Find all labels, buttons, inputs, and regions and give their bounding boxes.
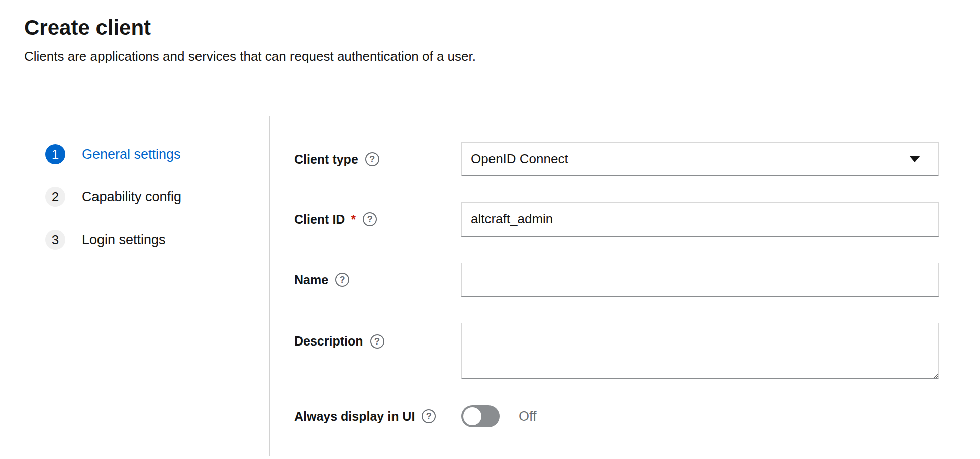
page-subtitle: Clients are applications and services th… [24,48,956,65]
wizard-step-capability-config[interactable]: 2 Capability config [45,187,181,207]
help-icon[interactable]: ? [363,212,377,226]
client-id-row: Client ID * ? [294,202,939,237]
general-settings-form: Client type ? OpenID Connect Client ID *… [270,92,980,459]
toggle-knob [463,407,481,425]
description-label: Description [294,334,363,349]
step-number-badge: 3 [45,229,65,250]
step-label: Capability config [82,189,181,205]
page-header: Create client Clients are applications a… [0,0,980,92]
step-label: General settings [82,147,181,162]
page-title: Create client [24,15,956,40]
description-row: Description ? [294,323,939,379]
client-type-row: Client type ? OpenID Connect [294,142,939,176]
client-type-selected-value: OpenID Connect [471,151,903,167]
wizard-body: 1 General settings 2 Capability config 3… [0,92,980,459]
name-row: Name ? [294,263,939,297]
description-textarea[interactable] [461,323,939,379]
caret-down-icon [909,156,920,162]
wizard-nav: 1 General settings 2 Capability config 3… [0,116,270,456]
client-id-input[interactable] [461,202,939,237]
help-icon[interactable]: ? [365,152,379,166]
always-display-label: Always display in UI [294,409,415,424]
step-number-badge: 1 [45,144,65,164]
name-input[interactable] [461,263,939,297]
name-label: Name [294,273,328,287]
always-display-row: Always display in UI ? Off [294,405,939,427]
help-icon[interactable]: ? [370,334,384,349]
always-display-toggle[interactable] [461,405,500,427]
client-type-label: Client type [294,152,358,167]
wizard-step-login-settings[interactable]: 3 Login settings [45,229,166,250]
client-id-label: Client ID [294,212,345,227]
help-icon[interactable]: ? [335,273,349,287]
toggle-state-label: Off [519,409,537,424]
client-type-dropdown[interactable]: OpenID Connect [461,142,939,176]
required-asterisk: * [351,212,356,227]
wizard-step-general-settings[interactable]: 1 General settings [45,144,181,164]
step-label: Login settings [82,232,166,248]
help-icon[interactable]: ? [422,409,436,423]
step-number-badge: 2 [45,187,65,207]
